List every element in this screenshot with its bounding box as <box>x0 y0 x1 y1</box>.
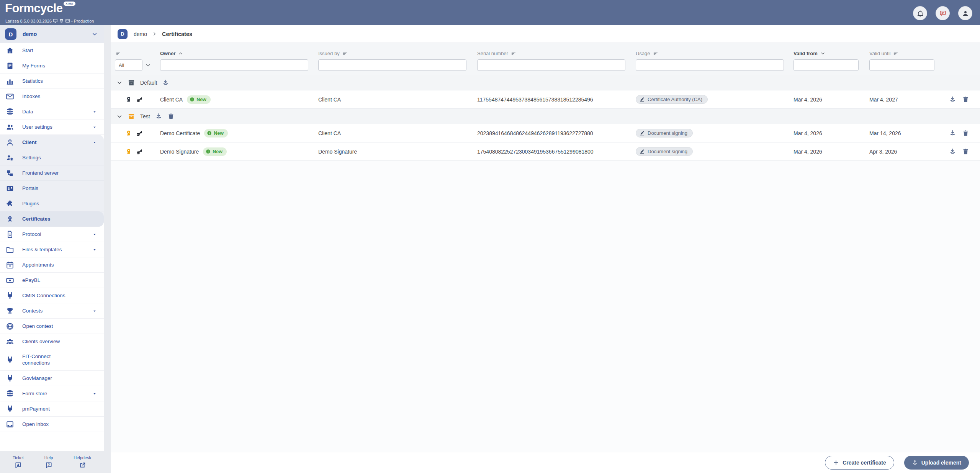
notifications-button[interactable] <box>913 6 927 20</box>
table-header: Owner Issued by Serial number Usage Vali… <box>111 43 980 75</box>
sidebar-item-certificates[interactable]: Certificates <box>0 211 104 227</box>
sidebar-item-epaybl[interactable]: ePayBL <box>0 273 104 288</box>
column-label: Issued by <box>318 51 340 56</box>
trash-icon[interactable] <box>962 96 969 103</box>
trash-group-icon[interactable] <box>167 113 175 120</box>
usage-badge: Certificate Authority (CA) <box>636 95 708 104</box>
serial-number: 117554874744953738485615738318512285496 <box>477 97 593 103</box>
sidebar-item-label: Statistics <box>22 78 43 84</box>
sidebar-item-frontend-server[interactable]: Frontend server <box>0 165 104 181</box>
column-label: Valid from <box>793 51 818 56</box>
filter-sort-icon[interactable] <box>116 51 121 56</box>
plug-icon <box>6 374 14 383</box>
sidebar-item-label: User settings <box>22 124 52 130</box>
sidebar-item-inboxes[interactable]: Inboxes <box>0 89 104 104</box>
table-row[interactable]: Demo Signature New Demo Signature 175408… <box>111 142 980 161</box>
upload-icon <box>912 460 918 466</box>
sidebar-item-protocol[interactable]: Protocol <box>0 227 104 242</box>
issued-by-filter-input[interactable] <box>318 59 466 71</box>
download-group-icon[interactable] <box>155 113 162 120</box>
download-icon[interactable] <box>949 129 956 137</box>
sidebar-item-label: Settings <box>22 155 41 160</box>
sidebar-item-appointments[interactable]: Appointments <box>0 257 104 273</box>
collapse-group-icon[interactable] <box>116 80 123 86</box>
table-row[interactable]: Demo Certificate New Client CA 202389416… <box>111 124 980 142</box>
owner-name: Client CA <box>160 97 183 103</box>
column-header-valid-from[interactable]: Valid from <box>793 51 869 56</box>
trash-icon[interactable] <box>962 129 969 137</box>
usage-badge: Document signing <box>636 147 693 156</box>
sort-asc-icon <box>178 51 183 56</box>
usage-filter-input[interactable] <box>636 59 784 71</box>
chevron-down-icon[interactable] <box>145 62 151 68</box>
serial-number-filter-input[interactable] <box>477 59 625 71</box>
column-header-valid-until[interactable]: Valid until <box>869 51 942 56</box>
signing-icon <box>639 97 645 102</box>
valid-until-filter-input[interactable] <box>869 59 934 71</box>
download-icon[interactable] <box>949 148 956 155</box>
sidebar-item-govmanager[interactable]: GovManager <box>0 371 104 386</box>
column-label: Usage <box>636 51 650 56</box>
sidebar-item-fit-connect[interactable]: FIT-Connect connections <box>0 349 104 371</box>
column-header-serial-number[interactable]: Serial number <box>477 51 636 56</box>
valid-from: Mar 4, 2026 <box>793 149 822 155</box>
sidebar-item-label: FIT-Connect connections <box>22 354 67 367</box>
feedback-button[interactable] <box>936 6 950 20</box>
column-header-issued-by[interactable]: Issued by <box>318 51 477 56</box>
feedback-chat-icon <box>939 10 947 17</box>
valid-from-filter-input[interactable] <box>793 59 859 71</box>
card-icon <box>65 18 70 23</box>
badge-label: New <box>196 97 206 102</box>
column-header-usage[interactable]: Usage <box>636 51 793 56</box>
caret-up-icon <box>92 140 97 145</box>
help-button[interactable]: Help <box>44 455 53 469</box>
sidebar-item-contests[interactable]: Contests <box>0 303 104 319</box>
download-group-icon[interactable] <box>162 79 169 86</box>
sidebar-item-label: Frontend server <box>22 170 59 176</box>
sidebar-item-plugins[interactable]: Plugins <box>0 196 104 211</box>
sidebar-item-client[interactable]: Client <box>0 135 104 150</box>
sidebar-item-my-forms[interactable]: My Forms <box>0 58 104 74</box>
type-filter-select[interactable]: All <box>115 59 142 71</box>
breadcrumb-client[interactable]: demo <box>134 31 147 37</box>
helpdesk-button[interactable]: Helpdesk <box>74 455 91 469</box>
sidebar-item-files-templates[interactable]: Files & templates <box>0 242 104 257</box>
info-icon <box>190 97 195 102</box>
collapse-group-icon[interactable] <box>116 113 123 119</box>
sidebar-item-clients-overview[interactable]: Clients overview <box>0 334 104 349</box>
new-badge: New <box>203 147 227 156</box>
create-certificate-button[interactable]: Create certificate <box>825 456 894 470</box>
account-button[interactable] <box>958 6 972 20</box>
sort-lines-icon <box>342 51 348 56</box>
page-title: Certificates <box>162 31 192 37</box>
sidebar-item-cmis-connections[interactable]: CMIS Connections <box>0 288 104 303</box>
app-logo[interactable]: FormcycleXIMA <box>5 2 75 14</box>
sidebar-item-open-contest[interactable]: Open contest <box>0 319 104 334</box>
owner-filter-input[interactable] <box>160 59 308 71</box>
valid-from: Mar 4, 2026 <box>793 97 822 103</box>
sidebar-item-user-settings[interactable]: User settings <box>0 119 104 135</box>
sidebar-item-label: ePayBL <box>22 277 40 283</box>
column-header-owner[interactable]: Owner <box>160 51 318 56</box>
client-selector[interactable]: D demo <box>0 25 104 43</box>
sidebar-item-form-store[interactable]: Form store <box>0 386 104 401</box>
download-icon[interactable] <box>949 96 956 103</box>
sidebar-item-label: pmPayment <box>22 406 50 412</box>
trophy-icon <box>6 307 14 315</box>
sidebar-item-statistics[interactable]: Statistics <box>0 74 104 89</box>
inbox-icon <box>6 420 14 429</box>
sidebar-item-pmpayment[interactable]: pmPayment <box>0 401 104 417</box>
chevron-right-icon <box>152 31 157 36</box>
sidebar-item-portals[interactable]: Portals <box>0 181 104 196</box>
sidebar-item-settings[interactable]: Settings <box>0 150 104 165</box>
sidebar-footer: Ticket Help Helpdesk <box>0 451 104 473</box>
ticket-button[interactable]: Ticket <box>13 455 24 469</box>
group-name: Default <box>140 80 157 86</box>
upload-element-button[interactable]: Upload element <box>904 456 969 470</box>
sidebar-item-data[interactable]: Data <box>0 104 104 119</box>
help-label: Help <box>44 455 53 460</box>
trash-icon[interactable] <box>962 148 969 155</box>
sidebar-item-open-inbox[interactable]: Open inbox <box>0 417 104 432</box>
table-row[interactable]: Client CA New Client CA 1175548747449537… <box>111 90 980 109</box>
sidebar-item-start[interactable]: Start <box>0 43 104 58</box>
